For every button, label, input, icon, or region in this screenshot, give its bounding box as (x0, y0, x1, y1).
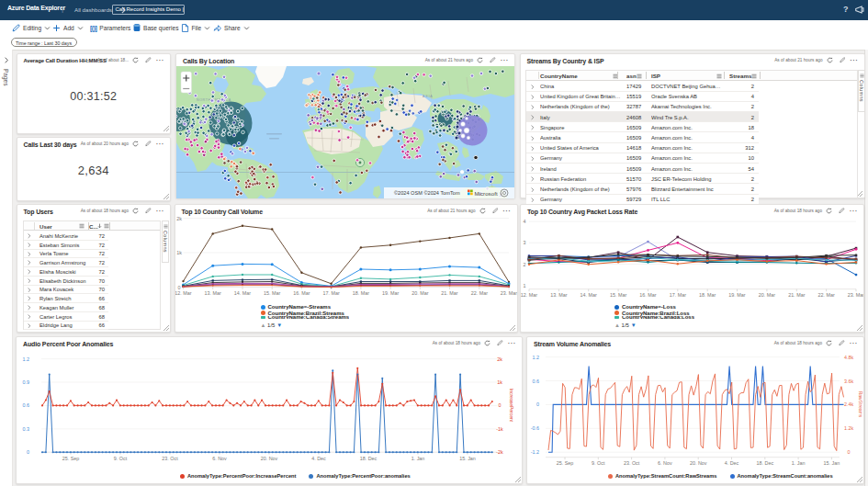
svg-text:ASIA: ASIA (423, 95, 433, 98)
svg-text:21. Mar: 21. Mar (441, 290, 457, 296)
svg-text:1.2: 1.2 (533, 355, 540, 360)
svg-text:19. Mar: 19. Mar (381, 290, 398, 296)
svg-text:0: 0 (536, 401, 539, 407)
svg-text:2k: 2k (497, 356, 502, 362)
svg-text:23. Mar: 23. Mar (848, 292, 863, 298)
svg-text:22. Mar: 22. Mar (470, 290, 487, 296)
svg-text:23. Mar: 23. Mar (500, 290, 516, 296)
svg-text:-2k: -2k (496, 449, 503, 455)
svg-text:6. Nov: 6. Nov (212, 456, 227, 461)
svg-text:15. Jan: 15. Jan (459, 456, 476, 461)
svg-text:©2024 OSM ©2024 TomTom: ©2024 OSM ©2024 TomTom (394, 190, 460, 196)
svg-text:9. Oct: 9. Oct (592, 460, 605, 466)
svg-text:4. Dec: 4. Dec (311, 456, 326, 461)
svg-text:17. Mar: 17. Mar (322, 290, 339, 296)
svg-text:14. Mar: 14. Mar (233, 290, 250, 296)
svg-text:0: 0 (499, 402, 502, 408)
svg-text:0: 0 (27, 449, 29, 455)
svg-text:12. Mar: 12. Mar (175, 290, 192, 296)
svg-text:21. Mar: 21. Mar (788, 292, 805, 298)
svg-text:1k: 1k (497, 379, 502, 385)
svg-text:15. Mar: 15. Mar (264, 290, 280, 296)
svg-text:25. Sep: 25. Sep (557, 460, 574, 466)
svg-text:18. Mar: 18. Mar (352, 290, 368, 296)
svg-text:0: 0 (848, 449, 851, 455)
svg-text:18. Mar: 18. Mar (699, 292, 716, 298)
svg-text:-1.2: -1.2 (531, 449, 539, 455)
svg-text:20. Nov: 20. Nov (690, 460, 707, 466)
svg-text:13. Mar: 13. Mar (204, 290, 220, 296)
svg-text:20. Nov: 20. Nov (261, 456, 278, 461)
svg-text:18. Dec: 18. Dec (757, 460, 774, 466)
svg-text:1. Jan: 1. Jan (792, 460, 806, 466)
svg-text:4: 4 (524, 219, 526, 224)
svg-text:9. Oct: 9. Oct (114, 456, 128, 461)
svg-text:0.3: 0.3 (23, 426, 30, 432)
svg-text:13. Mar: 13. Mar (550, 292, 567, 298)
svg-text:16. Mar: 16. Mar (639, 292, 656, 298)
svg-text:1: 1 (524, 283, 526, 288)
svg-text:2.4k: 2.4k (844, 401, 853, 407)
svg-text:12. Mar: 12. Mar (521, 292, 537, 298)
svg-text:4. Dec: 4. Dec (725, 460, 739, 466)
svg-text:23. Oct: 23. Oct (624, 460, 640, 466)
svg-text:-0.6: -0.6 (531, 425, 539, 431)
svg-text:4.8k: 4.8k (844, 355, 853, 360)
svg-text:23. Oct: 23. Oct (162, 456, 178, 461)
svg-text:2: 2 (524, 262, 526, 267)
svg-text:0: 0 (177, 285, 180, 290)
svg-text:14. Mar: 14. Mar (581, 292, 597, 298)
svg-text:1.2: 1.2 (23, 356, 30, 362)
svg-text:3.6k: 3.6k (844, 379, 853, 384)
svg-text:-1k: -1k (496, 426, 503, 432)
svg-text:1. Jan: 1. Jan (411, 456, 425, 461)
svg-text:18. Dec: 18. Dec (360, 456, 378, 461)
svg-text:RawStreams: RawStreams (858, 391, 863, 418)
svg-text:16. Mar: 16. Mar (293, 290, 310, 296)
svg-text:19. Mar: 19. Mar (728, 292, 745, 298)
svg-text:15. Mar: 15. Mar (610, 292, 626, 298)
svg-text:1k: 1k (176, 250, 182, 255)
svg-text:2k: 2k (176, 216, 182, 221)
svg-text:20. Mar: 20. Mar (411, 290, 428, 296)
svg-text:0.6: 0.6 (533, 379, 540, 384)
svg-text:Microsoft: Microsoft (475, 189, 498, 196)
svg-text:20. Mar: 20. Mar (759, 292, 775, 298)
svg-text:22. Mar: 22. Mar (817, 292, 834, 298)
svg-text:1.2k: 1.2k (844, 425, 853, 431)
svg-text:15. Jan: 15. Jan (824, 460, 840, 466)
svg-text:25. Sep: 25. Sep (62, 456, 80, 461)
svg-text:0.6: 0.6 (23, 402, 30, 408)
svg-text:3: 3 (524, 240, 526, 245)
svg-text:17. Mar: 17. Mar (670, 292, 686, 298)
svg-text:0.9: 0.9 (23, 379, 30, 385)
svg-text:IncreasePercent: IncreasePercent (509, 389, 514, 423)
svg-text:6. Nov: 6. Nov (658, 460, 672, 466)
